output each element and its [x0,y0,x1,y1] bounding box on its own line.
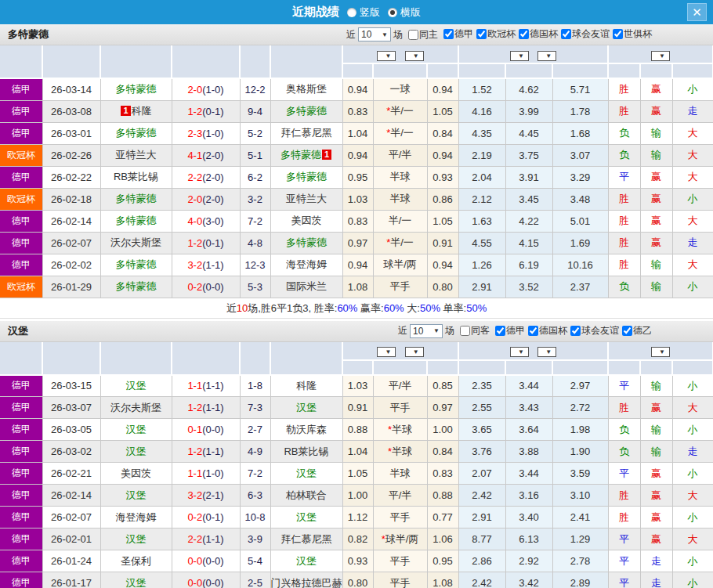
away-odds: 1.05 [427,100,458,122]
league-badge: 德甲 [0,507,42,528]
halftime-score: (1-0) [202,467,223,479]
league-filter-input[interactable] [561,29,571,39]
league-filter-checkbox[interactable]: 德甲 [492,324,525,337]
league-filter-checkbox[interactable]: 欧冠杯 [473,27,516,41]
avg-stage-select[interactable]: ▼ [537,347,556,357]
away-team: 门兴格拉德巴赫 [271,577,342,588]
avg-dropdown-group: ▼ ▼ [458,342,608,360]
col-home [100,342,172,375]
away-odds: 1.00 [427,419,458,441]
fulltime-select[interactable]: ▼ [651,347,670,357]
league-filter-input[interactable] [443,29,454,39]
result-goals: 走 [672,441,713,463]
home-team: 海登海姆 [116,511,157,523]
away-team: 拜仁慕尼黑 [281,533,332,545]
fulltime-select[interactable]: ▼ [651,51,670,61]
league-filter-checkbox[interactable]: 德国杯 [525,324,567,337]
vertical-layout-radio[interactable] [347,8,356,17]
avg-stage-select[interactable]: ▼ [537,51,556,61]
league-filter-input[interactable] [519,29,529,39]
halftime-score: (0-0) [202,281,223,293]
handicap: 平手 [373,507,427,528]
league-filter-input[interactable] [528,326,538,336]
same-venue-checkbox[interactable]: 同主 [405,28,438,41]
match-date: 26-02-01 [42,528,100,550]
halftime-score: (2-0) [202,193,223,205]
result-goals: 大 [672,144,713,166]
league-filter-checkbox[interactable]: 球会友谊 [558,27,610,41]
vertical-layout-label: 竖版 [360,5,380,20]
away-team-cell: 拜仁慕尼黑 [270,122,342,144]
filter-bar: 近 10▼ 场 同客 德甲德国杯球会友谊德乙 [398,324,652,338]
result-goals: 小 [672,463,713,485]
league-filter-checkbox[interactable]: 德甲 [440,27,473,41]
home-team: 汉堡 [126,489,147,501]
match-row: 德甲26-01-24圣保利0-0(0-0)5-4汉堡0.93平手0.952.86… [0,550,713,572]
league-filter-input[interactable] [613,29,623,39]
handicap: 平手 [373,276,427,298]
league-filter-input[interactable] [570,326,581,336]
chevron-down-icon: ▼ [518,348,524,355]
odds-company-select[interactable]: ▼ [377,51,396,61]
fulltime-score: 0-0 [187,577,202,588]
home-team: 汉堡 [126,424,147,435]
home-team-cell: 汉堡 [100,419,172,441]
away-team-cell: 拜仁慕尼黑 [270,528,342,550]
corner-cell: 12-3 [240,254,270,276]
avg-lose: 5.01 [552,210,608,232]
same-venue-input[interactable] [408,30,418,40]
league-filter-input[interactable] [622,326,632,336]
halftime-score: (1-1) [202,380,223,391]
fulltime-score: 3-2 [187,489,202,501]
home-odds: 0.80 [342,572,373,588]
wdl-average-select[interactable]: ▼ [510,51,529,61]
recent-count-select[interactable]: 10▼ [358,27,391,41]
corner-cell: 5-4 [240,550,270,572]
col-score [172,45,240,78]
match-row: 欧冠杯26-02-26亚特兰大4-1(2-0)5-1多特蒙德10.94平/半0.… [0,144,713,166]
score-cell: 0-0(0-0) [172,572,240,588]
away-team: 多特蒙德 [286,105,327,117]
home-team-cell: 多特蒙德 [100,254,172,276]
result-goals: 小 [672,375,713,397]
match-row: 德甲26-02-14多特蒙德4-0(3-0)7-2美因茨0.83半/一1.051… [0,210,713,232]
score-cell: 0-0(0-0) [172,550,240,572]
close-icon[interactable]: ✕ [687,3,707,21]
league-badge: 德甲 [0,485,42,507]
league-filter-checkbox[interactable]: 德乙 [619,324,652,337]
league-filter-checkbox[interactable]: 世俱杯 [610,27,652,41]
result-goals: 小 [672,507,713,528]
corner-cell: 5-3 [240,276,270,298]
result-goals: 大 [672,122,713,144]
halftime-score: (1-1) [202,533,223,545]
league-filter-checkbox[interactable]: 德国杯 [516,27,558,41]
horizontal-layout-radio[interactable] [388,8,397,17]
wdl-average-select[interactable]: ▼ [510,347,529,357]
sub-lose-avg [552,360,608,375]
league-badge: 欧冠杯 [0,144,42,166]
odds-stage-select[interactable]: ▼ [405,347,424,357]
odds-company-select[interactable]: ▼ [377,347,396,357]
league-filter-input[interactable] [495,326,505,336]
score-cell: 0-2(0-1) [172,507,240,528]
same-venue-input[interactable] [460,326,470,336]
fulltime-score: 2-2 [187,533,202,545]
match-row: 德甲26-03-02汉堡1-2(1-1)4-9RB莱比锡1.04*半球0.843… [0,441,713,463]
record-summary: 近10场,胜6平1负3, 胜率:60% 赢率:60% 大:50% 单率:50% [0,298,713,319]
recent-count-select[interactable]: 10▼ [410,324,443,338]
result-goals: 小 [672,419,713,441]
odds-stage-select[interactable]: ▼ [405,51,424,61]
same-venue-checkbox[interactable]: 同客 [457,324,490,337]
result-handicap: 输 [640,441,672,463]
result-handicap: 赢 [640,210,672,232]
league-filter-checkbox[interactable]: 球会友谊 [567,324,619,337]
away-team-cell: 门兴格拉德巴赫 [270,572,342,588]
away-team-cell: RB莱比锡 [270,441,342,463]
result-goals: 走 [672,232,713,254]
score-cell: 1-2(1-1) [172,441,240,463]
halftime-score: (2-0) [202,171,223,183]
league-badge: 欧冠杯 [0,188,42,210]
fulltime-score: 1-2 [187,402,202,413]
league-filter-input[interactable] [476,29,487,39]
col-corner [240,342,270,375]
